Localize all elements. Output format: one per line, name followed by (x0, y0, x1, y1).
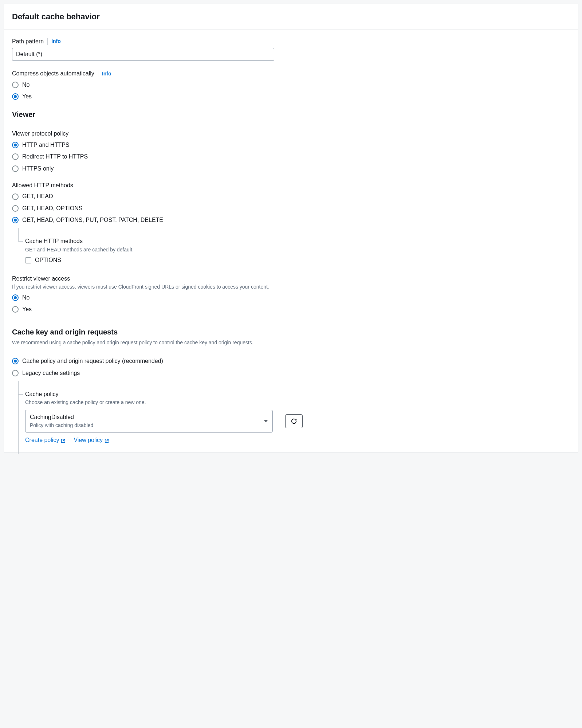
radio-label: Redirect HTTP to HTTPS (22, 153, 88, 161)
checkbox-label: OPTIONS (35, 256, 61, 264)
protocol-radio-redirect[interactable]: Redirect HTTP to HTTPS (12, 153, 570, 161)
methods-radio-get-head-options[interactable]: GET, HEAD, OPTIONS (12, 204, 570, 212)
external-link-icon (60, 438, 66, 443)
caret-down-icon (264, 420, 268, 422)
restrict-access-label: Restrict viewer access (12, 275, 570, 283)
restrict-radio-yes[interactable]: Yes (12, 305, 570, 313)
path-pattern-input[interactable] (12, 48, 274, 61)
radio-unchecked-icon (12, 370, 19, 376)
select-value: CachingDisabled (30, 413, 93, 421)
radio-label: No (22, 81, 30, 89)
path-pattern-info-link[interactable]: Info (51, 38, 61, 45)
separator (47, 38, 48, 45)
cache-policy-label: Cache policy (25, 390, 570, 398)
select-value-desc: Policy with caching disabled (30, 422, 93, 429)
radio-checked-icon (12, 294, 19, 301)
radio-label: Legacy cache settings (22, 369, 80, 377)
compress-info-link[interactable]: Info (102, 70, 111, 78)
refresh-button[interactable] (285, 414, 303, 428)
link-label: View policy (74, 436, 103, 444)
cache-methods-desc: GET and HEAD methods are cached by defau… (25, 246, 570, 254)
radio-checked-icon (12, 142, 19, 148)
link-label: Create policy (25, 436, 59, 444)
cache-methods-checkbox-options[interactable]: OPTIONS (25, 256, 570, 264)
restrict-radio-no[interactable]: No (12, 294, 570, 302)
path-pattern-label: Path pattern (12, 38, 44, 46)
allowed-methods-label: Allowed HTTP methods (12, 181, 570, 189)
methods-radio-get-head[interactable]: GET, HEAD (12, 192, 570, 200)
radio-label: No (22, 294, 30, 302)
cache-methods-label: Cache HTTP methods (25, 237, 570, 245)
radio-unchecked-icon (12, 205, 19, 212)
protocol-radio-http-https[interactable]: HTTP and HTTPS (12, 141, 570, 149)
radio-unchecked-icon (12, 153, 19, 160)
compress-radio-yes[interactable]: Yes (12, 93, 570, 101)
radio-label: GET, HEAD (22, 192, 53, 200)
compress-radio-no[interactable]: No (12, 81, 570, 89)
page-title: Default cache behavior (12, 11, 570, 23)
radio-label: Yes (22, 93, 32, 101)
cache-key-radio-legacy[interactable]: Legacy cache settings (12, 369, 570, 377)
external-link-icon (104, 438, 109, 443)
radio-unchecked-icon (12, 82, 19, 88)
restrict-access-desc: If you restrict viewer access, viewers m… (12, 283, 570, 291)
radio-checked-icon (12, 358, 19, 364)
methods-radio-all[interactable]: GET, HEAD, OPTIONS, PUT, POST, PATCH, DE… (12, 216, 570, 224)
radio-unchecked-icon (12, 193, 19, 200)
refresh-icon (291, 418, 297, 424)
radio-label: GET, HEAD, OPTIONS, PUT, POST, PATCH, DE… (22, 216, 163, 224)
radio-label: Yes (22, 305, 32, 313)
compress-label: Compress objects automatically (12, 70, 94, 78)
viewer-protocol-label: Viewer protocol policy (12, 130, 570, 138)
radio-checked-icon (12, 217, 19, 223)
protocol-radio-https-only[interactable]: HTTPS only (12, 165, 570, 173)
radio-label: Cache policy and origin request policy (… (22, 357, 163, 365)
radio-label: GET, HEAD, OPTIONS (22, 204, 82, 212)
checkbox-unchecked-icon (25, 257, 31, 263)
cache-policy-desc: Choose an existing cache policy or creat… (25, 399, 570, 406)
radio-label: HTTP and HTTPS (22, 141, 70, 149)
view-policy-link[interactable]: View policy (74, 436, 109, 444)
radio-unchecked-icon (12, 306, 19, 313)
cache-key-heading: Cache key and origin requests (12, 327, 570, 337)
cache-key-radio-recommended[interactable]: Cache policy and origin request policy (… (12, 357, 570, 365)
viewer-heading: Viewer (12, 109, 570, 120)
radio-checked-icon (12, 93, 19, 100)
cache-key-desc: We recommend using a cache policy and or… (12, 339, 570, 347)
radio-unchecked-icon (12, 165, 19, 172)
radio-label: HTTPS only (22, 165, 54, 173)
cache-policy-select[interactable]: CachingDisabled Policy with caching disa… (25, 410, 273, 433)
create-policy-link[interactable]: Create policy (25, 436, 66, 444)
separator (98, 70, 98, 77)
